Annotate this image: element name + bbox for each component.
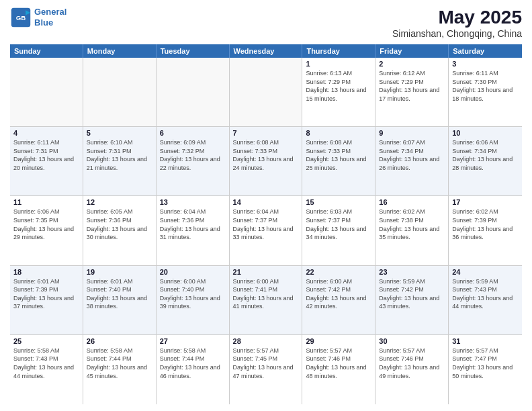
day-info-25: Sunrise: 5:58 AMSunset: 7:43 PMDaylight:… <box>13 347 79 380</box>
header-sunday: Sunday <box>10 44 83 58</box>
day-info-17: Sunrise: 6:02 AMSunset: 7:39 PMDaylight:… <box>452 208 519 241</box>
day-number-24: 24 <box>452 268 519 276</box>
day-info-31: Sunrise: 5:57 AMSunset: 7:47 PMDaylight:… <box>452 347 519 380</box>
header-thursday: Thursday <box>302 44 375 58</box>
logo-line1: General <box>34 7 66 17</box>
day-number-10: 10 <box>452 129 519 137</box>
day-number-18: 18 <box>13 268 79 276</box>
empty-cell <box>230 58 303 126</box>
day-cell-15: 15Sunrise: 6:03 AMSunset: 7:37 PMDayligh… <box>302 196 375 265</box>
location-subtitle: Simianshan, Chongqing, China <box>392 28 522 39</box>
empty-cell <box>83 58 157 126</box>
day-number-7: 7 <box>233 129 299 137</box>
title-block: May 2025 Simianshan, Chongqing, China <box>392 7 522 39</box>
day-info-5: Sunrise: 6:10 AMSunset: 7:31 PMDaylight:… <box>87 138 152 172</box>
day-cell-21: 21Sunrise: 6:00 AMSunset: 7:41 PMDayligh… <box>230 266 303 334</box>
calendar-body: 1Sunrise: 6:13 AMSunset: 7:29 PMDaylight… <box>10 58 522 404</box>
day-number-13: 13 <box>160 198 226 206</box>
day-info-18: Sunrise: 6:01 AMSunset: 7:39 PMDaylight:… <box>13 277 79 311</box>
day-info-27: Sunrise: 5:58 AMSunset: 7:44 PMDaylight:… <box>160 347 226 380</box>
day-info-10: Sunrise: 6:06 AMSunset: 7:34 PMDaylight:… <box>452 138 519 172</box>
day-cell-23: 23Sunrise: 5:59 AMSunset: 7:42 PMDayligh… <box>375 266 449 334</box>
day-info-1: Sunrise: 6:13 AMSunset: 7:29 PMDaylight:… <box>306 69 371 103</box>
day-info-4: Sunrise: 6:11 AMSunset: 7:31 PMDaylight:… <box>13 138 79 172</box>
week-row-2: 4Sunrise: 6:11 AMSunset: 7:31 PMDaylight… <box>10 127 522 196</box>
day-number-31: 31 <box>452 337 519 345</box>
day-number-3: 3 <box>452 60 519 68</box>
day-info-11: Sunrise: 6:06 AMSunset: 7:35 PMDaylight:… <box>13 208 79 241</box>
day-cell-8: 8Sunrise: 6:08 AMSunset: 7:33 PMDaylight… <box>302 127 375 195</box>
day-cell-10: 10Sunrise: 6:06 AMSunset: 7:34 PMDayligh… <box>449 127 522 195</box>
day-info-22: Sunrise: 6:00 AMSunset: 7:42 PMDaylight:… <box>306 277 371 311</box>
day-cell-13: 13Sunrise: 6:04 AMSunset: 7:36 PMDayligh… <box>157 196 230 265</box>
day-number-9: 9 <box>379 129 445 137</box>
day-number-25: 25 <box>13 337 79 345</box>
day-info-14: Sunrise: 6:04 AMSunset: 7:37 PMDaylight:… <box>233 208 299 241</box>
day-cell-18: 18Sunrise: 6:01 AMSunset: 7:39 PMDayligh… <box>10 266 83 334</box>
day-number-28: 28 <box>233 337 299 345</box>
day-number-23: 23 <box>379 268 445 276</box>
day-number-1: 1 <box>306 60 371 68</box>
day-number-30: 30 <box>379 337 445 345</box>
day-cell-7: 7Sunrise: 6:08 AMSunset: 7:33 PMDaylight… <box>230 127 303 195</box>
day-number-8: 8 <box>306 129 371 137</box>
day-cell-12: 12Sunrise: 6:05 AMSunset: 7:36 PMDayligh… <box>83 196 157 265</box>
day-info-2: Sunrise: 6:12 AMSunset: 7:29 PMDaylight:… <box>379 69 445 103</box>
day-number-2: 2 <box>379 60 445 68</box>
day-info-13: Sunrise: 6:04 AMSunset: 7:36 PMDaylight:… <box>160 208 226 241</box>
month-year-title: May 2025 <box>392 7 522 28</box>
day-info-20: Sunrise: 6:00 AMSunset: 7:40 PMDaylight:… <box>160 277 226 311</box>
day-cell-4: 4Sunrise: 6:11 AMSunset: 7:31 PMDaylight… <box>10 127 83 195</box>
day-cell-14: 14Sunrise: 6:04 AMSunset: 7:37 PMDayligh… <box>230 196 303 265</box>
day-number-22: 22 <box>306 268 371 276</box>
day-cell-11: 11Sunrise: 6:06 AMSunset: 7:35 PMDayligh… <box>10 196 83 265</box>
empty-cell <box>10 58 83 126</box>
week-row-1: 1Sunrise: 6:13 AMSunset: 7:29 PMDaylight… <box>10 58 522 127</box>
day-info-19: Sunrise: 6:01 AMSunset: 7:40 PMDaylight:… <box>87 277 152 311</box>
day-cell-6: 6Sunrise: 6:09 AMSunset: 7:32 PMDaylight… <box>157 127 230 195</box>
day-cell-22: 22Sunrise: 6:00 AMSunset: 7:42 PMDayligh… <box>302 266 375 334</box>
day-number-6: 6 <box>160 129 226 137</box>
day-cell-3: 3Sunrise: 6:11 AMSunset: 7:30 PMDaylight… <box>449 58 522 126</box>
day-number-15: 15 <box>306 198 371 206</box>
header-friday: Friday <box>375 44 449 58</box>
day-info-3: Sunrise: 6:11 AMSunset: 7:30 PMDaylight:… <box>452 69 519 103</box>
day-number-20: 20 <box>160 268 226 276</box>
calendar-header: Sunday Monday Tuesday Wednesday Thursday… <box>10 44 522 58</box>
day-info-15: Sunrise: 6:03 AMSunset: 7:37 PMDaylight:… <box>306 208 371 241</box>
day-number-12: 12 <box>87 198 152 206</box>
header-saturday: Saturday <box>449 44 522 58</box>
day-cell-27: 27Sunrise: 5:58 AMSunset: 7:44 PMDayligh… <box>157 335 230 404</box>
day-number-5: 5 <box>87 129 152 137</box>
logo-line2: Blue <box>34 17 53 28</box>
day-number-11: 11 <box>13 198 79 206</box>
page-header: GB General Blue May 2025 Simianshan, Cho… <box>10 7 522 39</box>
day-number-21: 21 <box>233 268 299 276</box>
day-info-12: Sunrise: 6:05 AMSunset: 7:36 PMDaylight:… <box>87 208 152 241</box>
day-number-19: 19 <box>87 268 152 276</box>
day-number-14: 14 <box>233 198 299 206</box>
day-cell-16: 16Sunrise: 6:02 AMSunset: 7:38 PMDayligh… <box>375 196 449 265</box>
day-cell-24: 24Sunrise: 5:59 AMSunset: 7:43 PMDayligh… <box>449 266 522 334</box>
day-cell-2: 2Sunrise: 6:12 AMSunset: 7:29 PMDaylight… <box>375 58 449 126</box>
day-number-27: 27 <box>160 337 226 345</box>
calendar-page: GB General Blue May 2025 Simianshan, Cho… <box>0 0 532 411</box>
day-info-8: Sunrise: 6:08 AMSunset: 7:33 PMDaylight:… <box>306 138 371 172</box>
week-row-5: 25Sunrise: 5:58 AMSunset: 7:43 PMDayligh… <box>10 335 522 404</box>
logo-text: General Blue <box>34 7 66 28</box>
day-cell-9: 9Sunrise: 6:07 AMSunset: 7:34 PMDaylight… <box>375 127 449 195</box>
week-row-4: 18Sunrise: 6:01 AMSunset: 7:39 PMDayligh… <box>10 266 522 335</box>
day-info-6: Sunrise: 6:09 AMSunset: 7:32 PMDaylight:… <box>160 138 226 172</box>
day-info-28: Sunrise: 5:57 AMSunset: 7:45 PMDaylight:… <box>233 347 299 380</box>
day-cell-25: 25Sunrise: 5:58 AMSunset: 7:43 PMDayligh… <box>10 335 83 404</box>
day-info-24: Sunrise: 5:59 AMSunset: 7:43 PMDaylight:… <box>452 277 519 311</box>
calendar: Sunday Monday Tuesday Wednesday Thursday… <box>10 44 522 404</box>
day-cell-19: 19Sunrise: 6:01 AMSunset: 7:40 PMDayligh… <box>83 266 157 334</box>
day-number-17: 17 <box>452 198 519 206</box>
svg-text:GB: GB <box>16 14 26 21</box>
logo-icon: GB <box>10 7 32 28</box>
header-monday: Monday <box>83 44 157 58</box>
day-number-4: 4 <box>13 129 79 137</box>
header-wednesday: Wednesday <box>230 44 303 58</box>
day-cell-5: 5Sunrise: 6:10 AMSunset: 7:31 PMDaylight… <box>83 127 157 195</box>
